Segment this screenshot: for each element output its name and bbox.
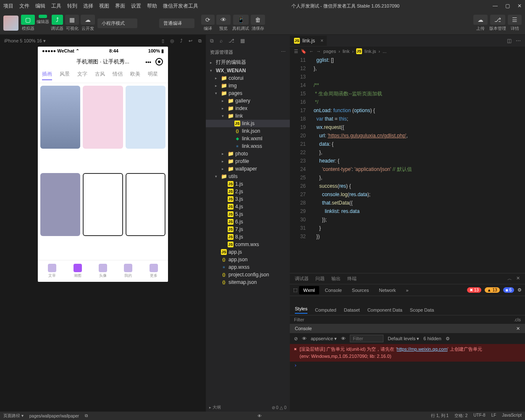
- error-count[interactable]: ✖ 13: [467, 287, 481, 293]
- tree-item[interactable]: JS 4.js: [206, 203, 290, 210]
- menu-item[interactable]: 文件: [19, 3, 29, 10]
- wallpaper-card[interactable]: [83, 173, 123, 236]
- gear-icon[interactable]: ⚙: [446, 336, 450, 341]
- output-tab[interactable]: 输出: [331, 276, 341, 282]
- tree-item[interactable]: ▸📁 wallpaper: [206, 165, 290, 173]
- capsule-close-icon[interactable]: [155, 58, 163, 66]
- devtab-console[interactable]: Console: [321, 286, 346, 294]
- devtab-more[interactable]: »: [402, 286, 413, 294]
- info-count[interactable]: ■ 6: [503, 287, 514, 293]
- breadcrumb[interactable]: ☰🔖←→ pages › link › JS link.js › ...: [290, 47, 525, 56]
- category-tab[interactable]: 风景: [60, 71, 70, 80]
- tree-item[interactable]: JS 8.js: [206, 233, 290, 241]
- ext-icon[interactable]: ▦: [240, 38, 245, 44]
- more-icon[interactable]: •••: [145, 59, 151, 65]
- tree-item[interactable]: JS 1.js: [206, 180, 290, 188]
- tree-item[interactable]: JS app.js: [206, 248, 290, 256]
- devtab-wxml[interactable]: Wxml: [299, 286, 319, 294]
- styles-tab[interactable]: Styles: [295, 306, 307, 314]
- tree-item[interactable]: {} sitemap.json: [206, 278, 290, 286]
- hidden-count[interactable]: 6 hidden: [423, 336, 441, 341]
- editor-tab[interactable]: JS link.js ×: [290, 36, 327, 46]
- menu-item[interactable]: 项目: [3, 3, 13, 10]
- eye-icon[interactable]: 👁: [257, 414, 262, 418]
- device-select[interactable]: iPhone 5 100% 16 ▾: [4, 38, 46, 44]
- tree-item[interactable]: ≡ link.wxss: [206, 142, 290, 150]
- tree-item[interactable]: ▸📁 gallery: [206, 97, 290, 105]
- tree-item[interactable]: ◆ link.wxml: [206, 135, 290, 142]
- dataset-tab[interactable]: Dataset: [344, 307, 360, 312]
- tree-item[interactable]: ▸📁 photo: [206, 150, 290, 158]
- category-tab[interactable]: 明星: [148, 71, 158, 80]
- context-select[interactable]: appservice ▾: [311, 336, 337, 341]
- menu-item[interactable]: 界面: [115, 3, 125, 10]
- category-tab[interactable]: 欧美: [130, 71, 140, 80]
- nav-item[interactable]: 头像: [99, 264, 107, 278]
- files-icon[interactable]: ⧉: [210, 38, 214, 44]
- toolbar-action[interactable]: 📱真机调试: [232, 15, 249, 32]
- tree-item[interactable]: ▸📁 colorui: [206, 74, 290, 82]
- devtab-network[interactable]: Network: [375, 286, 400, 294]
- menu-item[interactable]: 编辑: [35, 3, 45, 10]
- page-path[interactable]: pages/wallpaper/wallpaper: [29, 414, 79, 418]
- back-icon[interactable]: ↩: [189, 38, 192, 44]
- menu-item[interactable]: 微信开发者工具: [163, 3, 198, 10]
- tree-item[interactable]: JS comm.wxs: [206, 241, 290, 248]
- problems-tab[interactable]: 问题: [315, 276, 325, 282]
- phone-icon[interactable]: ▯: [162, 38, 164, 44]
- console-prompt[interactable]: ›: [290, 362, 525, 369]
- outline-title[interactable]: 大纲: [213, 405, 221, 410]
- wallpaper-card[interactable]: [126, 86, 165, 149]
- nav-item[interactable]: 我的: [124, 264, 132, 278]
- tree-item[interactable]: ▾📁 utils: [206, 173, 290, 180]
- category-tab[interactable]: 古风: [95, 71, 105, 80]
- wallpaper-card[interactable]: [40, 86, 80, 149]
- tree-item[interactable]: JS 5.js: [206, 210, 290, 218]
- tree-item[interactable]: JS 2.js: [206, 188, 290, 195]
- debugger-tab[interactable]: 调试器: [295, 276, 309, 282]
- menu-item[interactable]: 视图: [99, 3, 109, 10]
- cls-toggle[interactable]: .cls: [514, 317, 521, 322]
- toolbar-action[interactable]: ⟳编译: [201, 15, 215, 32]
- avatar[interactable]: [3, 16, 18, 31]
- cursor-pos[interactable]: 行 1, 列 1: [431, 413, 449, 419]
- scopedata-tab[interactable]: Scope Data: [410, 307, 434, 312]
- gear-icon[interactable]: ⚙: [517, 287, 522, 293]
- page-path-label[interactable]: 页面路径 ▾: [3, 413, 24, 419]
- toolbar-action[interactable]: 🗑清缓存: [251, 15, 265, 32]
- target-icon[interactable]: ◎: [170, 38, 174, 44]
- nav-item[interactable]: 潮图: [74, 264, 82, 278]
- tree-item[interactable]: {} project.config.json: [206, 271, 290, 278]
- eye-icon[interactable]: 👁: [341, 336, 346, 341]
- indent[interactable]: 空格: 2: [454, 413, 467, 419]
- tree-item[interactable]: {} app.json: [206, 256, 290, 263]
- more-icon[interactable]: ⋯: [516, 38, 521, 44]
- close-tab-icon[interactable]: ×: [320, 38, 323, 44]
- menu-item[interactable]: 转到: [67, 3, 77, 10]
- eye-icon[interactable]: 👁: [302, 336, 307, 341]
- toolbar-button[interactable]: ☁云开发: [81, 15, 95, 32]
- tree-item[interactable]: ▸📁 profile: [206, 158, 290, 165]
- console-filter[interactable]: [350, 335, 383, 342]
- toolbar-action[interactable]: 👁预览: [216, 15, 231, 32]
- warn-count[interactable]: ▲ 13: [485, 287, 500, 293]
- tree-item[interactable]: JS link.js: [206, 120, 290, 127]
- mode-select[interactable]: 小程序模式: [97, 18, 137, 28]
- menu-item[interactable]: 工具: [51, 3, 61, 10]
- share-icon[interactable]: ⤴: [180, 38, 183, 44]
- git-icon[interactable]: ⎇: [228, 38, 234, 44]
- tree-item[interactable]: ▸📁 index: [206, 105, 290, 112]
- section-project[interactable]: ▾WX_WENAN: [206, 67, 290, 74]
- wallpaper-card[interactable]: [83, 86, 123, 149]
- error-link[interactable]: https://mp.weixin.qq.com: [397, 346, 448, 352]
- terminal-tab[interactable]: 终端: [347, 276, 357, 282]
- compile-select[interactable]: 普通编译: [159, 18, 194, 28]
- filter-label[interactable]: Filter: [294, 317, 304, 322]
- tree-item[interactable]: ▸📁 img: [206, 82, 290, 89]
- collapse-icon[interactable]: ︿: [507, 276, 512, 282]
- menu-item[interactable]: 帮助: [147, 3, 157, 10]
- close-icon[interactable]: ✕: [516, 326, 520, 331]
- language[interactable]: JavaScript: [502, 413, 522, 419]
- tree-item[interactable]: JS 3.js: [206, 195, 290, 203]
- clear-icon[interactable]: ⊘: [294, 336, 298, 341]
